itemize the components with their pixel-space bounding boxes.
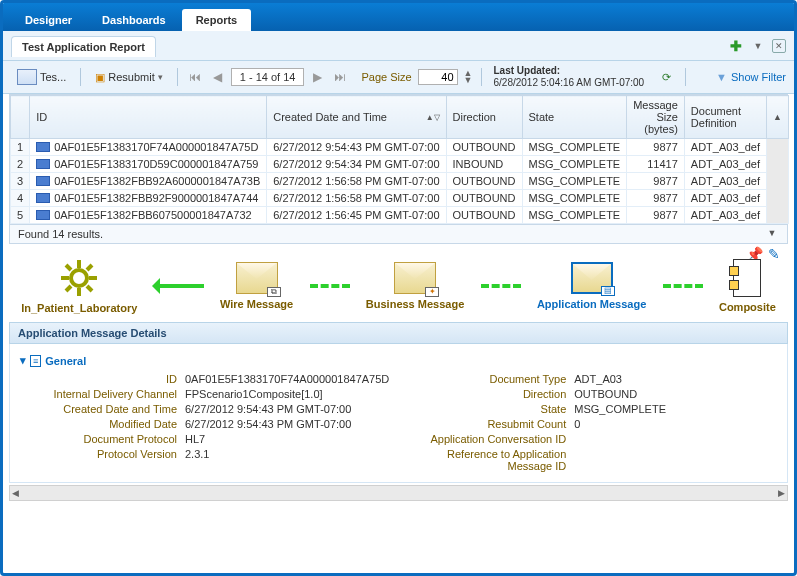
cell-docdef: ADT_A03_def: [684, 139, 766, 156]
cell-id: 0AF01E5F1382FBB92F9000001847A744: [30, 190, 267, 207]
pager-first-icon[interactable]: ⏮: [186, 70, 204, 84]
flow-edit-icon[interactable]: ✎: [766, 246, 782, 262]
col-created[interactable]: Created Date and Time▲▽: [267, 96, 446, 139]
report-menu-chevron-icon[interactable]: ▼: [750, 38, 766, 54]
pager-range: 1 - 14 of 14: [231, 68, 305, 86]
cell-id: 0AF01E5F1382FBB92A6000001847A73B: [30, 173, 267, 190]
detail-field: Application Conversation ID: [409, 433, 777, 445]
report-toolbar: Tes... ▣Resubmit▾ ⏮ ◀ 1 - 14 of 14 ▶ ⏭ P…: [3, 61, 794, 94]
col-direction[interactable]: Direction: [446, 96, 522, 139]
field-label: Document Type: [409, 373, 574, 385]
cell-size: 9877: [627, 139, 685, 156]
cell-direction: OUTBOUND: [446, 207, 522, 224]
field-value: 0: [574, 418, 580, 430]
cell-state: MSG_COMPLETE: [522, 190, 627, 207]
field-value: OUTBOUND: [574, 388, 637, 400]
report-title-tab[interactable]: Test Application Report: [11, 36, 156, 57]
pager-last-icon[interactable]: ⏭: [331, 70, 349, 84]
svg-line-7: [87, 265, 92, 270]
last-updated: Last Updated: 6/28/2012 5:04:16 AM GMT-0…: [494, 65, 645, 89]
col-state[interactable]: State: [522, 96, 627, 139]
detail-field: DirectionOUTBOUND: [409, 388, 777, 400]
scroll-up-arrow[interactable]: ▲: [766, 96, 788, 139]
detail-field: Document TypeADT_A03: [409, 373, 777, 385]
show-filter-link[interactable]: ▼Show Filter: [716, 71, 786, 83]
cell-id: 0AF01E5F1383170F74A000001847A75D: [30, 139, 267, 156]
table-row[interactable]: 40AF01E5F1382FBB92F9000001847A7446/27/20…: [11, 190, 789, 207]
svg-line-5: [66, 265, 71, 270]
flow-composite-node[interactable]: Composite: [719, 259, 776, 313]
field-label: Document Protocol: [20, 433, 185, 445]
flow-endpoint-node[interactable]: In_Patient_Laboratory: [21, 258, 137, 314]
tab-reports[interactable]: Reports: [182, 9, 252, 31]
new-report-icon[interactable]: ✚: [728, 38, 744, 54]
refresh-button[interactable]: ⟳: [656, 69, 677, 86]
cell-size: 9877: [627, 207, 685, 224]
col-id[interactable]: ID: [30, 96, 267, 139]
scroll-down-arrow[interactable]: ▼: [765, 228, 779, 240]
table-row[interactable]: 10AF01E5F1383170F74A000001847A75D6/27/20…: [11, 139, 789, 156]
message-icon: [36, 193, 50, 203]
report-tab-header: Test Application Report ✚ ▼ ✕: [3, 31, 794, 61]
row-number: 2: [11, 156, 30, 173]
collapse-icon[interactable]: ▾: [20, 354, 26, 367]
cell-direction: OUTBOUND: [446, 173, 522, 190]
templates-button[interactable]: Tes...: [11, 67, 72, 87]
page-size-input[interactable]: [418, 69, 458, 85]
field-value: MSG_COMPLETE: [574, 403, 666, 415]
field-value: 0AF01E5F1383170F74A000001847A75D: [185, 373, 389, 385]
detail-field: Created Date and Time6/27/2012 9:54:43 P…: [20, 403, 389, 415]
detail-field: Internal Delivery ChannelFPScenario1Comp…: [20, 388, 389, 400]
horizontal-scrollbar[interactable]: ◀ ▶: [9, 485, 788, 501]
svg-line-8: [66, 286, 71, 291]
pager-prev-icon[interactable]: ◀: [210, 70, 225, 84]
grid-header-row: ID Created Date and Time▲▽ Direction Sta…: [11, 96, 789, 139]
cell-created: 6/27/2012 1:56:58 PM GMT-07:00: [267, 173, 446, 190]
vertical-scrollbar[interactable]: [766, 139, 788, 224]
flow-business-node[interactable]: ✦ Business Message: [366, 262, 464, 310]
field-value: FPScenario1Composite[1.0]: [185, 388, 323, 400]
field-label: Internal Delivery Channel: [20, 388, 185, 400]
page-size-spinner[interactable]: ▲▼: [464, 70, 473, 84]
table-row[interactable]: 30AF01E5F1382FBB92A6000001847A73B6/27/20…: [11, 173, 789, 190]
cell-direction: OUTBOUND: [446, 190, 522, 207]
field-label: Direction: [409, 388, 574, 400]
resubmit-button[interactable]: ▣Resubmit▾: [89, 69, 168, 86]
scroll-left-icon[interactable]: ◀: [12, 488, 19, 498]
field-label: State: [409, 403, 574, 415]
col-rownum[interactable]: [11, 96, 30, 139]
field-value: ADT_A03: [574, 373, 622, 385]
results-grid: ID Created Date and Time▲▽ Direction Sta…: [9, 94, 788, 244]
table-row[interactable]: 50AF01E5F1382FBB607500001847A7326/27/201…: [11, 207, 789, 224]
flow-wire-node[interactable]: ⧉ Wire Message: [220, 262, 293, 310]
cell-state: MSG_COMPLETE: [522, 139, 627, 156]
col-size[interactable]: Message Size (bytes): [627, 96, 685, 139]
cell-state: MSG_COMPLETE: [522, 207, 627, 224]
field-value: 6/27/2012 9:54:43 PM GMT-07:00: [185, 403, 351, 415]
close-report-icon[interactable]: ✕: [772, 39, 786, 53]
pager-next-icon[interactable]: ▶: [310, 70, 325, 84]
message-icon: [36, 210, 50, 220]
flow-application-node[interactable]: ▤ Application Message: [537, 262, 646, 310]
cell-docdef: ADT_A03_def: [684, 190, 766, 207]
grid-icon: [17, 69, 37, 85]
section-general-header[interactable]: ▾ ≡ General: [20, 354, 777, 367]
cell-direction: INBOUND: [446, 156, 522, 173]
svg-line-6: [87, 286, 92, 291]
row-number: 4: [11, 190, 30, 207]
table-row[interactable]: 20AF01E5F1383170D59C000001847A7596/27/20…: [11, 156, 789, 173]
tab-dashboards[interactable]: Dashboards: [88, 9, 180, 31]
cell-created: 6/27/2012 1:56:45 PM GMT-07:00: [267, 207, 446, 224]
cell-state: MSG_COMPLETE: [522, 156, 627, 173]
field-label: ID: [20, 373, 185, 385]
tab-designer[interactable]: Designer: [11, 9, 86, 31]
detail-field: StateMSG_COMPLETE: [409, 403, 777, 415]
row-number: 3: [11, 173, 30, 190]
detail-field: Document ProtocolHL7: [20, 433, 389, 445]
scroll-right-icon[interactable]: ▶: [778, 488, 785, 498]
col-docdef[interactable]: Document Definition: [684, 96, 766, 139]
envelope-icon: ▤: [571, 262, 613, 294]
field-label: Application Conversation ID: [409, 433, 574, 445]
cell-size: 9877: [627, 173, 685, 190]
envelope-icon: ✦: [394, 262, 436, 294]
